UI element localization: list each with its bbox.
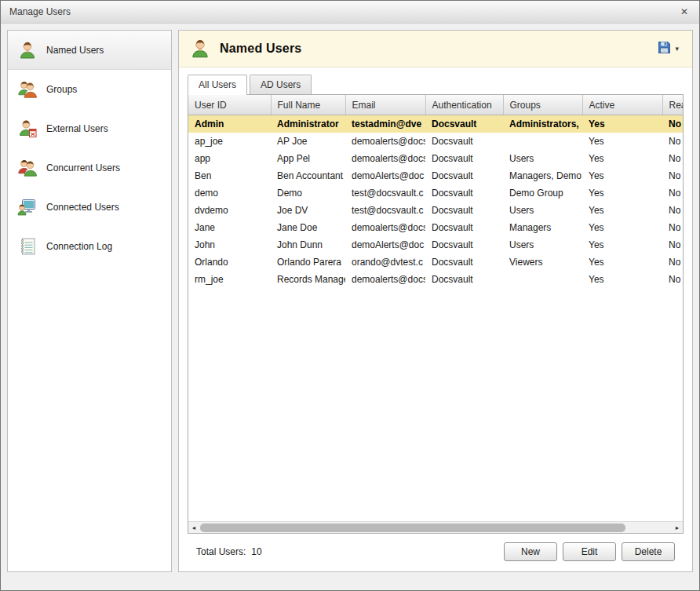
column-header-groups[interactable]: Groups	[503, 95, 582, 115]
table-row[interactable]: demoDemotest@docsvault.cDocsvaultDemo Gr…	[188, 184, 683, 202]
tab-strip: All Users AD Users	[188, 75, 684, 94]
sidebar-item-connected-users[interactable]: Connected Users	[8, 188, 171, 227]
users-table: User IDFull NameEmailAuthenticationGroup…	[188, 94, 684, 534]
table-cell: demoalerts@docs	[345, 219, 425, 236]
sidebar-item-concurrent-users[interactable]: Concurrent Users	[8, 148, 171, 188]
table-row[interactable]: JohnJohn DunndemoAlerts@docDocsvaultUser…	[188, 236, 683, 254]
table-cell: Yes	[582, 219, 662, 236]
main-content: All Users AD Users User IDFull NameEmail…	[179, 67, 692, 571]
table-row[interactable]: appApp Peldemoalerts@docsDocsvaultUsersY…	[188, 150, 683, 167]
table-row[interactable]: JaneJane Doedemoalerts@docsDocsvaultMana…	[188, 219, 683, 236]
sidebar-item-external-users[interactable]: External Users	[8, 109, 171, 148]
table-cell: Docsvault	[425, 254, 503, 271]
column-header-email[interactable]: Email	[345, 95, 425, 115]
table-cell: Docsvault	[425, 271, 503, 288]
connected-users-icon	[17, 197, 38, 217]
chevron-down-icon[interactable]: ▾	[675, 45, 679, 53]
table-cell: Yes	[582, 271, 662, 288]
tab-all-users[interactable]: All Users	[188, 75, 247, 95]
table-cell: Yes	[582, 254, 662, 271]
table-row[interactable]: rm_joeRecords Managerdemoalerts@docsDocs…	[188, 271, 683, 288]
table-cell: ap_joe	[188, 133, 271, 150]
table-cell: AP Joe	[271, 133, 345, 150]
table-cell: Yes	[582, 150, 662, 167]
scroll-left-icon[interactable]: ◄	[188, 522, 199, 534]
table-cell: Orlando	[188, 254, 271, 271]
edit-button[interactable]: Edit	[563, 542, 616, 561]
sidebar-item-named-users[interactable]: Named Users	[8, 31, 171, 70]
sidebar-item-label: External Users	[46, 123, 108, 134]
table-cell: Users	[503, 150, 582, 167]
table-cell: Managers	[503, 219, 582, 236]
table-cell: demoAlerts@doc	[345, 167, 425, 184]
table-row[interactable]: ap_joeAP Joedemoalerts@docsDocsvaultYesN…	[188, 133, 683, 150]
sidebar-item-groups[interactable]: Groups	[8, 70, 171, 109]
table-cell: Docsvault	[425, 150, 503, 167]
table-cell: Records Manager	[271, 271, 345, 288]
table-cell: No	[662, 254, 683, 271]
table-cell: test@docsvault.c	[345, 202, 425, 219]
title-bar[interactable]: Manage Users ✕	[1, 1, 699, 24]
sidebar-item-label: Named Users	[46, 45, 104, 56]
table-cell: John	[188, 236, 271, 254]
table-cell: testadmin@dve	[345, 115, 425, 133]
table-cell: orando@dvtest.c	[345, 254, 425, 271]
manage-users-window: Manage Users ✕ Named Users	[0, 0, 700, 591]
table-cell: Viewers	[503, 254, 582, 271]
main-panel: Named Users ▾	[178, 30, 693, 572]
scrollbar-thumb[interactable]	[200, 524, 625, 532]
column-header-read-only[interactable]: Read Only	[662, 95, 683, 115]
table-cell: Docsvault	[425, 202, 503, 219]
table-row[interactable]: dvdemoJoe DVtest@docsvault.cDocsvaultUse…	[188, 202, 683, 219]
table-row[interactable]: AdminAdministratortestadmin@dveDocsvault…	[188, 115, 683, 133]
table-cell: Joe DV	[271, 202, 345, 219]
table-cell: No	[662, 115, 683, 133]
table-cell: Demo	[271, 184, 345, 202]
table-cell: Ben	[188, 167, 271, 184]
save-button[interactable]: ▾	[654, 38, 682, 60]
column-header-active[interactable]: Active	[582, 95, 662, 115]
table-cell: Admin	[188, 115, 271, 133]
scroll-right-icon[interactable]: ►	[672, 522, 683, 534]
window-body: Named Users Groups	[1, 24, 699, 590]
table-cell: Yes	[582, 184, 662, 202]
table-header-row: User IDFull NameEmailAuthenticationGroup…	[188, 95, 683, 115]
table-cell: Managers, Demo	[503, 167, 582, 184]
table-cell: Yes	[582, 115, 662, 133]
table-cell: No	[662, 133, 683, 150]
table-cell: John Dunn	[271, 236, 345, 254]
sidebar-item-label: Connected Users	[46, 202, 119, 213]
window-title: Manage Users	[9, 6, 71, 17]
external-users-icon	[17, 119, 38, 139]
new-button[interactable]: New	[504, 542, 557, 561]
total-users-text: Total Users:10	[196, 546, 262, 557]
table-body: AdminAdministratortestadmin@dveDocsvault…	[188, 115, 683, 288]
table-cell: Docsvault	[425, 184, 503, 202]
delete-button[interactable]: Delete	[622, 542, 675, 561]
column-header-full-name[interactable]: Full Name	[271, 95, 345, 115]
table-cell: No	[662, 236, 683, 254]
column-header-user-id[interactable]: User ID	[188, 95, 271, 115]
table-cell: Docsvault	[425, 115, 503, 133]
column-header-authentication[interactable]: Authentication	[425, 95, 503, 115]
sidebar: Named Users Groups	[7, 30, 172, 572]
save-icon	[658, 41, 671, 57]
sidebar-item-connection-log[interactable]: Connection Log	[8, 227, 171, 266]
table-cell: Docsvault	[425, 167, 503, 184]
close-icon[interactable]: ✕	[678, 5, 691, 18]
horizontal-scrollbar[interactable]: ◄ ►	[188, 521, 683, 533]
total-users-value: 10	[251, 546, 261, 557]
table-cell: Demo Group	[503, 184, 582, 202]
table-row[interactable]: BenBen AccountantdemoAlerts@docDocsvault…	[188, 167, 683, 184]
table-cell	[503, 271, 582, 288]
table-cell: Ben Accountant	[271, 167, 345, 184]
page-title: Named Users	[220, 42, 301, 56]
table-cell: app	[188, 150, 271, 167]
table-row[interactable]: OrlandoOrlando Pareraorando@dvtest.cDocs…	[188, 254, 683, 271]
table-cell: Yes	[582, 202, 662, 219]
table-cell: dvdemo	[188, 202, 271, 219]
sidebar-item-label: Connection Log	[46, 241, 112, 252]
tab-ad-users[interactable]: AD Users	[250, 75, 312, 94]
sidebar-item-label: Concurrent Users	[46, 162, 120, 173]
table-cell: Jane	[188, 219, 271, 236]
